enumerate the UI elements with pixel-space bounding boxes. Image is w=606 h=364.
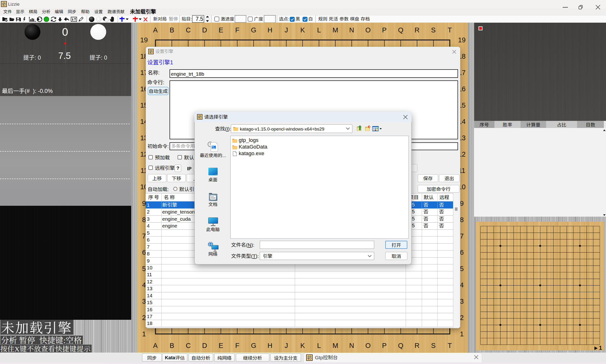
svg-text:1: 1 — [599, 345, 602, 350]
